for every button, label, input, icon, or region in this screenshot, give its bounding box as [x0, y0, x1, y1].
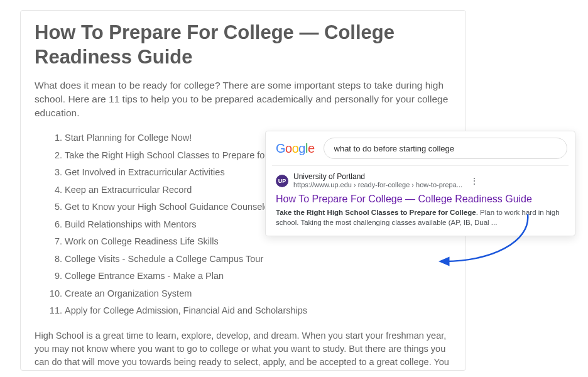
list-item: Apply for College Admission, Financial A…	[65, 302, 452, 319]
search-input[interactable]	[324, 138, 567, 159]
site-favicon: UP	[276, 175, 288, 187]
list-item: Create an Organization System	[65, 285, 452, 302]
serp-header: Google	[272, 136, 569, 165]
list-item: College Entrance Exams - Make a Plan	[65, 268, 452, 285]
article-body: High School is a great time to learn, ex…	[35, 329, 452, 371]
result-header: UP University of Portland https://www.up…	[276, 172, 565, 190]
snippet-bold: Take the Right High School Classes to Pr…	[276, 209, 476, 216]
kebab-icon[interactable]: ⋮	[470, 176, 479, 186]
site-url: https://www.up.edu › ready-for-college ›…	[293, 181, 462, 189]
article-title: How To Prepare For College — College Rea…	[35, 21, 452, 70]
list-item: College Visits - Schedule a College Camp…	[65, 250, 452, 267]
serp-card: Google UP University of Portland https:/…	[265, 131, 575, 236]
search-result[interactable]: UP University of Portland https://www.up…	[272, 165, 569, 228]
result-snippet: Take the Right High School Classes to Pr…	[276, 207, 565, 228]
article-intro: What does it mean to be ready for colleg…	[35, 79, 452, 121]
google-logo: Google	[273, 141, 315, 156]
result-title[interactable]: How To Prepare For College — College Rea…	[276, 194, 565, 205]
site-name: University of Portland	[293, 172, 462, 181]
